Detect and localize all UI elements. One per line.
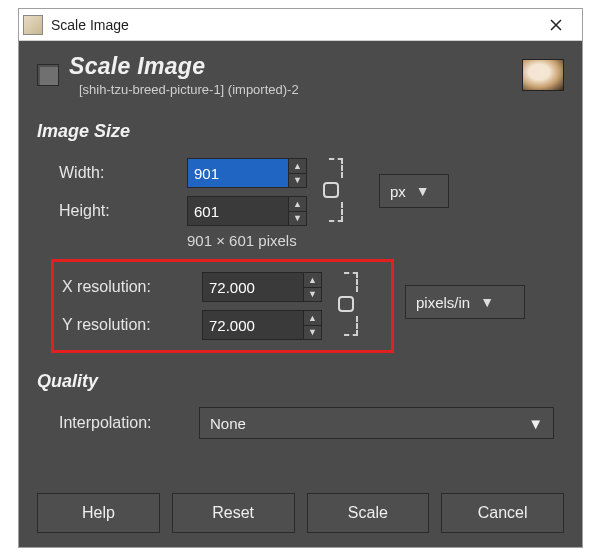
size-unit-value: px (390, 183, 406, 200)
y-resolution-spinner[interactable]: ▲ ▼ (202, 310, 322, 340)
resolution-highlight: X resolution: ▲ ▼ Y resolution: (51, 259, 394, 353)
resolution-unit-select[interactable]: pixels/in ▼ (405, 285, 525, 319)
height-up[interactable]: ▲ (289, 197, 306, 212)
interpolation-row: Interpolation: None ▼ (59, 404, 564, 442)
width-row: Width: ▲ ▼ (59, 154, 564, 192)
close-button[interactable] (536, 11, 576, 39)
size-unit-select[interactable]: px ▼ (379, 174, 449, 208)
dialog-header: Scale Image [shih-tzu-breed-picture-1] (… (37, 53, 564, 97)
scale-image-dialog: Scale Image Scale Image [shih-tzu-breed-… (18, 8, 583, 548)
chevron-down-icon: ▼ (416, 183, 430, 199)
interpolation-label: Interpolation: (59, 414, 199, 432)
dialog-subtitle: [shih-tzu-breed-picture-1] (imported)-2 (79, 82, 512, 97)
y-resolution-input[interactable] (203, 311, 303, 339)
dialog-title: Scale Image (69, 53, 512, 80)
xres-up[interactable]: ▲ (304, 273, 321, 288)
width-spinner[interactable]: ▲ ▼ (187, 158, 307, 188)
y-resolution-row: Y resolution: ▲ ▼ (62, 306, 385, 344)
interpolation-select[interactable]: None ▼ (199, 407, 554, 439)
quality-heading: Quality (37, 371, 564, 392)
x-resolution-row: X resolution: ▲ ▼ (62, 268, 385, 306)
scale-button[interactable]: Scale (307, 493, 430, 533)
x-resolution-spinner[interactable]: ▲ ▼ (202, 272, 322, 302)
x-resolution-input[interactable] (203, 273, 303, 301)
height-down[interactable]: ▼ (289, 212, 306, 226)
xres-down[interactable]: ▼ (304, 288, 321, 302)
reset-button[interactable]: Reset (172, 493, 295, 533)
x-resolution-label: X resolution: (62, 278, 202, 296)
button-bar: Help Reset Scale Cancel (37, 479, 564, 533)
titlebar: Scale Image (19, 9, 582, 41)
chevron-down-icon: ▼ (480, 294, 494, 310)
yres-down[interactable]: ▼ (304, 326, 321, 340)
yres-up[interactable]: ▲ (304, 311, 321, 326)
window-title: Scale Image (51, 17, 536, 33)
height-spinner[interactable]: ▲ ▼ (187, 196, 307, 226)
height-input[interactable] (188, 197, 288, 225)
width-input[interactable] (188, 159, 288, 187)
pixel-dimensions: 901 × 601 pixels (187, 232, 564, 249)
width-up[interactable]: ▲ (289, 159, 306, 174)
y-resolution-label: Y resolution: (62, 316, 202, 334)
scale-icon (37, 64, 59, 86)
width-label: Width: (59, 164, 187, 182)
app-icon (23, 15, 43, 35)
chevron-down-icon: ▼ (528, 415, 543, 432)
width-down[interactable]: ▼ (289, 174, 306, 188)
dialog-body: Scale Image [shih-tzu-breed-picture-1] (… (19, 41, 582, 547)
height-row: Height: ▲ ▼ (59, 192, 564, 230)
resolution-unit-value: pixels/in (416, 294, 470, 311)
image-size-heading: Image Size (37, 121, 564, 142)
interpolation-value: None (210, 415, 246, 432)
cancel-button[interactable]: Cancel (441, 493, 564, 533)
height-label: Height: (59, 202, 187, 220)
help-button[interactable]: Help (37, 493, 160, 533)
image-thumbnail (522, 59, 564, 91)
